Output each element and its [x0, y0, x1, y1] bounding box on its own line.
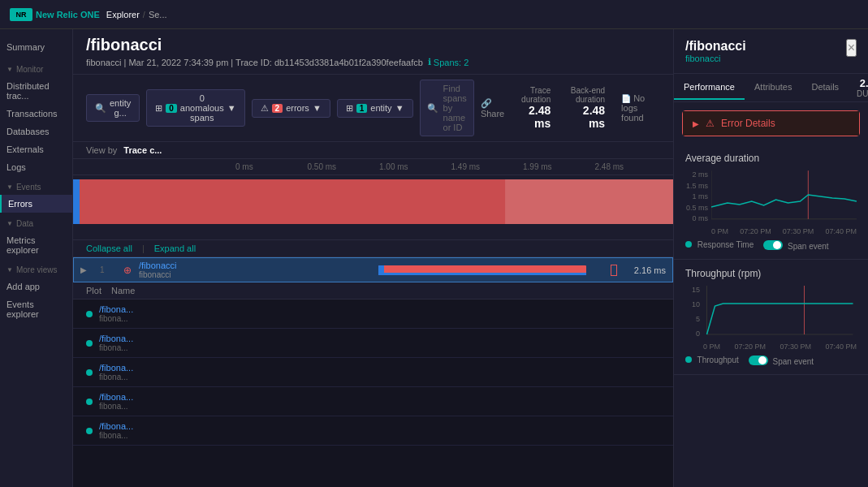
- errors-icon: ⚠: [261, 103, 269, 114]
- y-label-0: 2 ms: [685, 170, 708, 179]
- sidebar-section-events[interactable]: ▼ Events: [0, 176, 72, 195]
- sidebar-label-more: More views: [16, 265, 58, 274]
- nav-secondary[interactable]: Se...: [149, 10, 167, 19]
- time-mark-3: 1.49 ms: [451, 162, 524, 171]
- time-mark-5: 2.48 ms: [595, 162, 667, 171]
- tab-performance[interactable]: Performance: [674, 75, 745, 100]
- y-label-2: 1 ms: [685, 192, 708, 200]
- span-service: fibonacci: [139, 270, 378, 279]
- page-title: /fibonacci: [86, 36, 660, 54]
- list-item-0[interactable]: /fibona... fibona...: [73, 300, 673, 329]
- errors-arrow: ▼: [313, 103, 322, 113]
- errors-count: 2: [272, 104, 283, 113]
- throughput-line: [707, 304, 853, 334]
- expand-all-btn[interactable]: Expand all: [154, 244, 196, 253]
- avg-duration-svg: [711, 170, 857, 223]
- tp-y-0: 15: [685, 286, 700, 294]
- avg-chart-area: 0 PM 07:20 PM 07:30 PM 07:40 PM: [711, 170, 857, 235]
- span-event-toggle[interactable]: [763, 240, 783, 250]
- sidebar-item-summary[interactable]: Summary: [0, 36, 72, 58]
- list-item-4[interactable]: /fibona... fibona...: [73, 416, 673, 446]
- nav-explorer[interactable]: Explorer: [106, 10, 140, 19]
- list-name-4: /fibona... fibona...: [99, 421, 133, 440]
- throughput-section: Throughput (rpm) 15 10 5 0: [674, 260, 868, 375]
- monitor-arrow: ▼: [6, 66, 13, 73]
- sidebar-item-distributed-traces[interactable]: Distributed trac...: [0, 77, 72, 105]
- sidebar-item-logs[interactable]: Logs: [0, 158, 72, 176]
- error-icon: ⚠: [706, 118, 715, 129]
- right-panel-close-btn[interactable]: ×: [846, 39, 857, 57]
- entity-btn[interactable]: ⊞ 1 entity ▼: [337, 99, 413, 118]
- sidebar-item-transactions[interactable]: Transactions: [0, 105, 72, 123]
- sidebar-section-data[interactable]: ▼ Data: [0, 213, 72, 231]
- trace-duration-block: Trace duration 2.48 ms: [520, 86, 551, 130]
- sidebar-item-externals[interactable]: Externals: [0, 140, 72, 158]
- span-row-0[interactable]: ▶ 1 ⊕ /fibonacci fibonacci 2.16 ms: [73, 257, 673, 282]
- tp-x-3: 07:40 PM: [825, 343, 857, 351]
- tp-x-1: 07:20 PM: [734, 343, 766, 351]
- waterfall-controls: Collapse all | Expand all: [73, 240, 673, 257]
- span-search-box[interactable]: 🔍 Find spans by name or ID: [420, 80, 474, 136]
- panel-duration-value: 2.16 ms: [857, 77, 868, 89]
- anomalous-spans-btn[interactable]: ⊞ 0 0 anomalous spans ▼: [146, 89, 244, 127]
- span-search-icon: 🔍: [427, 103, 438, 114]
- span-bar-area: [378, 262, 618, 278]
- sidebar-item-errors[interactable]: Errors: [0, 195, 72, 213]
- logo-icon: NR: [10, 8, 32, 21]
- panel-scroll-area: ▶ ⚠ Error Details Average duration 2 ms …: [674, 102, 868, 487]
- sidebar-label-db: Databases: [6, 127, 50, 136]
- panel-tab-row: Performance Attributes Details 2.16 ms D…: [674, 74, 868, 102]
- list-name-2: /fibona... fibona...: [99, 363, 133, 381]
- no-logs-msg: 📄 No logs found: [621, 93, 660, 123]
- throughput-legend-label: Throughput: [697, 356, 739, 364]
- sidebar-label-data: Data: [16, 219, 33, 228]
- list-item-1[interactable]: /fibona... fibona...: [73, 329, 673, 358]
- y-label-4: 0 ms: [685, 214, 708, 222]
- x-label-0: 0 PM: [711, 227, 728, 235]
- tp-x-0: 0 PM: [703, 343, 720, 351]
- tab-attributes[interactable]: Attributes: [745, 75, 801, 100]
- list-item-2[interactable]: /fibona... fibona...: [73, 358, 673, 387]
- errors-btn[interactable]: ⚠ 2 errors ▼: [252, 99, 330, 118]
- span-error-icon: ⊕: [119, 265, 136, 276]
- list-name-3: /fibona... fibona...: [99, 392, 133, 411]
- sidebar-section-monitor[interactable]: ▼ Monitor: [0, 58, 72, 77]
- backend-duration-label: Back-end duration: [567, 86, 605, 104]
- tp-y-3: 0: [685, 330, 700, 338]
- sidebar-item-metrics[interactable]: Metrics explorer: [0, 231, 72, 259]
- response-time-dot: [685, 241, 692, 248]
- view-by-trace-btn[interactable]: Trace c...: [123, 145, 162, 155]
- response-time-legend-label: Response Time: [697, 240, 754, 249]
- sidebar-item-events-explorer[interactable]: Events explorer: [0, 295, 72, 323]
- y-label-3: 0.5 ms: [685, 204, 708, 212]
- avg-duration-section: Average duration 2 ms 1.5 ms 1 ms 0.5 ms…: [674, 144, 868, 260]
- duration-info: 🔗 Share Trace duration 2.48 ms Back-end …: [481, 86, 660, 130]
- share-btn[interactable]: 🔗 Share: [481, 98, 504, 119]
- logo: NR New Relic ONE: [10, 8, 100, 21]
- spans-link[interactable]: ℹ Spans: 2: [428, 57, 469, 67]
- throughput-legend-item: Throughput: [685, 356, 739, 366]
- right-panel-subtitle[interactable]: fibonacci: [685, 54, 746, 63]
- tp-chart-area: 0 PM 07:20 PM 07:30 PM 07:40 PM: [703, 286, 857, 351]
- search-entity-btn[interactable]: 🔍 entity g...: [86, 94, 140, 122]
- trace-info: fibonacci | Mar 21, 2022 7:34:39 pm | Tr…: [86, 57, 660, 67]
- tp-span-event-toggle[interactable]: [749, 356, 768, 365]
- sidebar-item-add-app[interactable]: Add app: [0, 278, 72, 295]
- tp-span-event-label: Span event: [773, 357, 814, 366]
- response-time-legend-item: Response Time: [685, 240, 754, 251]
- span-event-legend-item: Span event: [763, 240, 828, 251]
- sidebar-item-databases[interactable]: Databases: [0, 123, 72, 140]
- time-mark-4: 1.99 ms: [523, 162, 595, 171]
- page-header: /fibonacci fibonacci | Mar 21, 2022 7:34…: [73, 29, 673, 75]
- sidebar-section-more[interactable]: ▼ More views: [0, 259, 72, 278]
- list-item-3[interactable]: /fibona... fibona...: [73, 387, 673, 416]
- collapse-all-btn[interactable]: Collapse all: [86, 244, 132, 253]
- error-section-header[interactable]: ▶ ⚠ Error Details: [683, 111, 859, 136]
- y-label-1: 1.5 ms: [685, 182, 708, 190]
- entity-count: 1: [356, 104, 368, 113]
- sidebar: Summary ▼ Monitor Distributed trac... Tr…: [0, 29, 73, 487]
- tab-details[interactable]: Details: [801, 75, 849, 100]
- tp-y-1: 10: [685, 300, 700, 308]
- span-bar-blue-bottom: [378, 273, 586, 275]
- span-index: 1: [100, 265, 119, 274]
